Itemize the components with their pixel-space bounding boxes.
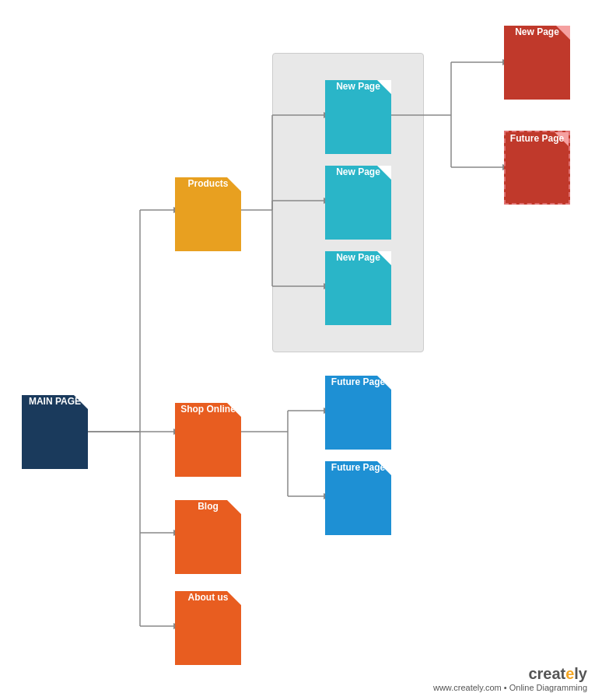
future-page-shop-1-label: Future Page: [328, 373, 388, 390]
new-page-top-right-label: New Page: [512, 23, 562, 40]
new-page-2-node: New Page: [325, 166, 391, 240]
about-us-shape: About us: [175, 591, 241, 665]
watermark: creately www.creately.com • Online Diagr…: [433, 665, 587, 692]
products-shape: Products: [175, 177, 241, 251]
brand-accent: e: [565, 665, 574, 682]
new-page-3-label: New Page: [333, 249, 383, 266]
future-page-shop-2-label: Future Page: [328, 459, 388, 476]
future-page-top-right-node: Future Page: [504, 131, 570, 205]
future-page-shop-2-shape: Future Page: [325, 461, 391, 535]
shop-online-label: Shop Online: [177, 401, 239, 418]
new-page-1-node: New Page: [325, 80, 391, 154]
main-page-shape: MAIN PAGE: [22, 395, 88, 469]
new-page-2-shape: New Page: [325, 166, 391, 240]
future-page-top-right-label: Future Page: [507, 130, 567, 147]
about-us-node: About us: [175, 591, 241, 665]
shop-online-node: Shop Online: [175, 403, 241, 477]
future-page-top-right-shape: Future Page: [504, 131, 570, 205]
future-page-shop-1-node: Future Page: [325, 376, 391, 450]
blog-node: Blog: [175, 500, 241, 574]
new-page-top-right-shape: New Page: [504, 26, 570, 100]
blog-label: Blog: [194, 498, 222, 515]
new-page-3-shape: New Page: [325, 251, 391, 325]
new-page-top-right-node: New Page: [504, 26, 570, 100]
diagram: MAIN PAGE Products Shop Online Blog Abou…: [0, 0, 595, 700]
products-node: Products: [175, 177, 241, 251]
new-page-1-shape: New Page: [325, 80, 391, 154]
main-page-node: MAIN PAGE: [22, 395, 88, 469]
about-us-label: About us: [185, 589, 232, 606]
blog-shape: Blog: [175, 500, 241, 574]
new-page-3-node: New Page: [325, 251, 391, 325]
shop-online-shape: Shop Online: [175, 403, 241, 477]
main-page-label: MAIN PAGE: [26, 393, 84, 410]
new-page-1-label: New Page: [333, 78, 383, 95]
new-page-2-label: New Page: [333, 163, 383, 180]
brand-url: www.creately.com • Online Diagramming: [433, 683, 587, 692]
future-page-shop-1-shape: Future Page: [325, 376, 391, 450]
products-label: Products: [184, 175, 231, 192]
future-page-shop-2-node: Future Page: [325, 461, 391, 535]
brand-name: creately: [433, 665, 587, 683]
